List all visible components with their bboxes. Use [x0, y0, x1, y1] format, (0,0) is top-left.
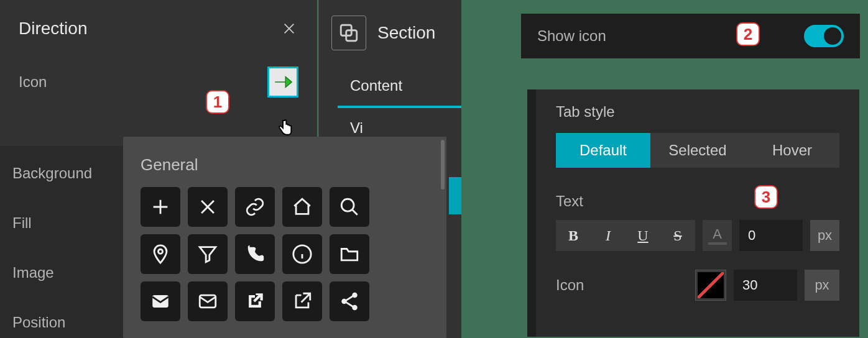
callout-1: 1: [206, 90, 229, 114]
phone-icon[interactable]: [235, 234, 275, 274]
text-size-input[interactable]: [739, 220, 803, 251]
underline-button[interactable]: U: [626, 220, 660, 251]
teal-accent: [449, 177, 461, 214]
font-color-icon: A: [713, 226, 722, 242]
filter-icon[interactable]: [188, 234, 228, 274]
callout-3: 3: [754, 185, 778, 209]
share-nodes-icon[interactable]: [330, 281, 369, 321]
strike-button[interactable]: S: [660, 220, 695, 251]
picker-category-title: General: [141, 155, 429, 175]
link-icon[interactable]: [235, 187, 275, 227]
tab-style-panel: Tab style Default Selected Hover Text B …: [527, 89, 859, 337]
home-icon[interactable]: [282, 187, 322, 227]
x-icon[interactable]: [188, 187, 228, 227]
section-header: Section: [319, 0, 461, 66]
fill-label: Fill: [12, 214, 111, 232]
font-color-bar: [708, 242, 727, 245]
plus-icon[interactable]: [141, 187, 180, 227]
svg-point-0: [341, 199, 354, 211]
text-label: Text: [556, 193, 839, 210]
icon-style-row: Icon px: [556, 270, 839, 301]
mail-icon[interactable]: [188, 281, 228, 321]
tab-selected[interactable]: Selected: [650, 133, 745, 168]
text-size-unit[interactable]: px: [810, 220, 839, 251]
left-sidebar: Background Fill Image Position: [0, 146, 123, 338]
icon-picker-popup: General: [123, 137, 446, 338]
svg-point-1: [158, 249, 162, 254]
pin-icon[interactable]: [141, 234, 180, 274]
arrow-right-icon: [272, 71, 293, 93]
image-label: Image: [12, 264, 111, 281]
show-icon-row: Show icon: [521, 14, 860, 58]
bold-button[interactable]: B: [556, 220, 591, 251]
tab-style-title: Tab style: [556, 103, 839, 121]
icon-grid: [141, 187, 429, 321]
folder-icon[interactable]: [330, 234, 369, 274]
show-icon-toggle[interactable]: [804, 25, 844, 47]
icon-size-unit[interactable]: px: [805, 270, 839, 301]
text-format-group: B I U S: [556, 220, 695, 251]
section-title: Section: [377, 23, 435, 43]
close-icon: [282, 22, 296, 35]
show-icon-label: Show icon: [537, 27, 606, 45]
italic-button[interactable]: I: [591, 220, 626, 251]
icon-style-label: Icon: [556, 276, 584, 294]
icon-size-input[interactable]: [734, 270, 797, 301]
panel-header: Direction: [0, 0, 317, 57]
external-link-icon[interactable]: [282, 281, 322, 321]
info-icon[interactable]: [282, 234, 322, 274]
close-button[interactable]: [280, 19, 298, 38]
section-tabs: Content Vi: [319, 66, 461, 148]
icon-label: Icon: [19, 73, 47, 91]
tab-default[interactable]: Default: [556, 133, 650, 168]
tab-style-tabs: Default Selected Hover: [556, 133, 839, 168]
icon-color-swatch[interactable]: [695, 270, 726, 301]
callout-2: 2: [736, 22, 760, 46]
icon-preview-button[interactable]: [267, 66, 298, 98]
text-format-row: B I U S A px: [556, 220, 839, 251]
search-icon[interactable]: [330, 187, 369, 227]
section-icon: [331, 16, 366, 50]
background-label: Background: [12, 165, 111, 182]
share-box-icon[interactable]: [235, 281, 275, 321]
tab-hover[interactable]: Hover: [745, 133, 839, 168]
icon-row: Icon: [0, 57, 317, 107]
mail-filled-icon[interactable]: [141, 281, 180, 321]
text-color-button[interactable]: A: [703, 220, 732, 251]
cursor-hand-icon: [275, 118, 295, 138]
panel-title: Direction: [19, 19, 87, 39]
position-label: Position: [12, 314, 111, 331]
tab-content[interactable]: Content: [338, 66, 461, 108]
